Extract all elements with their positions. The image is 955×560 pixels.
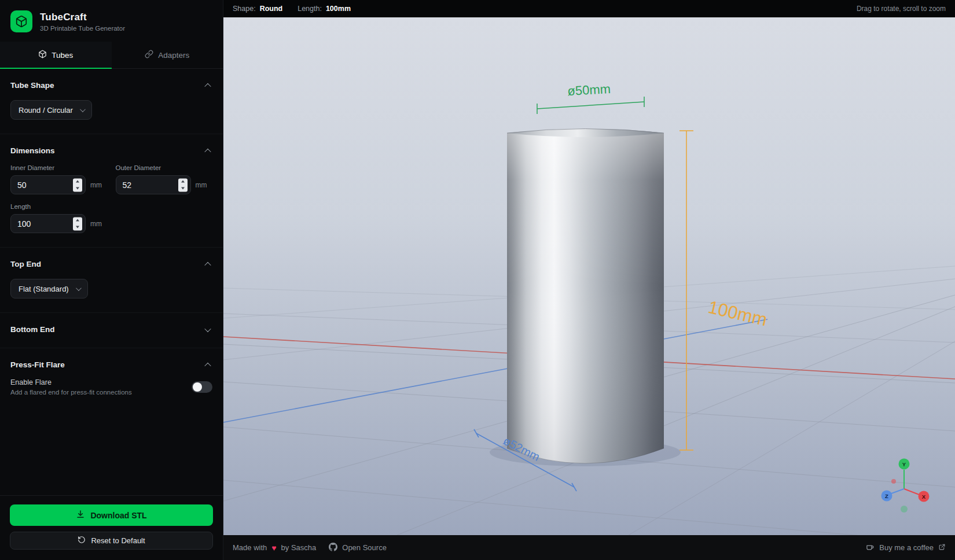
field-label: Inner Diameter (10, 164, 108, 171)
made-with-text: Made with (233, 543, 267, 552)
stepper-down-button[interactable] (178, 185, 188, 192)
chevron-down-icon (76, 285, 82, 291)
reset-to-default-button[interactable]: Reset to Default (10, 532, 213, 550)
section-title: Dimensions (10, 146, 55, 155)
heart-icon: ♥ (271, 543, 276, 552)
axis-x-label: X (922, 493, 926, 500)
field-label: Length (10, 203, 108, 210)
section-press-fit-flare-header[interactable]: Press-Fit Flare (10, 360, 212, 369)
axis-x-neg-dot (891, 479, 896, 484)
length-stepper (73, 217, 82, 230)
unit-label: mm (90, 181, 102, 189)
author-text: by Sascha (281, 543, 317, 552)
enable-flare-text: Enable Flare Add a flared end for press-… (10, 378, 132, 396)
download-stl-label: Download STL (90, 511, 146, 520)
axis-z-label: Z (885, 493, 888, 499)
app-header: TubeCraft 3D Printable Tube Generator (0, 0, 223, 42)
chevron-down-icon (80, 106, 86, 112)
length-input-box (10, 214, 86, 233)
dimension-top-diameter-label: ø50mm (567, 82, 611, 98)
tab-bar: Tubes Adapters (0, 42, 223, 69)
length-value: 100mm (326, 5, 351, 13)
outer-diameter-field: Outer Diameter mm (116, 164, 213, 194)
section-dimensions-header[interactable]: Dimensions (10, 146, 212, 155)
coffee-icon (866, 543, 875, 553)
download-stl-button[interactable]: Download STL (10, 504, 213, 526)
enable-flare-description: Add a flared end for press-fit connectio… (10, 389, 132, 396)
statusbar: Made with ♥ by Sascha Open Source Buy me… (223, 535, 955, 560)
section-title: Bottom End (10, 325, 55, 334)
section-title: Top End (10, 260, 41, 268)
axis-y-neg-dot (901, 506, 908, 513)
inner-diameter-stepper (73, 178, 82, 191)
tube-shape-selected: Round / Circular (19, 106, 73, 115)
enable-flare-label: Enable Flare (10, 378, 132, 386)
tab-adapters[interactable]: Adapters (112, 42, 223, 68)
unit-label: mm (90, 220, 102, 228)
section-title: Press-Fit Flare (10, 360, 65, 369)
open-source-label: Open Source (342, 543, 387, 552)
stepper-up-button[interactable] (178, 178, 188, 185)
open-source-link[interactable]: Open Source (329, 543, 387, 553)
section-tube-shape: Tube Shape Round / Circular (0, 69, 223, 134)
section-top-end-header[interactable]: Top End (10, 260, 212, 268)
app-tagline: 3D Printable Tube Generator (40, 25, 125, 32)
inner-diameter-field: Inner Diameter mm (10, 164, 108, 194)
viewport-topbar: Shape: Round Length: 100mm Drag to rotat… (223, 0, 955, 17)
dimension-top-diameter: ø50mm (537, 82, 644, 114)
3d-viewport-canvas[interactable]: ø50mm 100mm ø52mm (223, 17, 955, 535)
download-icon (76, 510, 85, 521)
inner-diameter-input-box (10, 175, 86, 194)
section-dimensions: Dimensions Inner Diameter mm (0, 134, 223, 248)
external-link-icon (938, 543, 946, 552)
chevron-down-icon (204, 325, 211, 331)
stepper-up-button[interactable] (73, 217, 82, 224)
sidebar-footer: Download STL Reset to Default (0, 495, 223, 560)
reset-icon (78, 536, 86, 546)
section-bottom-end: Bottom End (0, 313, 223, 348)
buy-coffee-link[interactable]: Buy me a coffee (866, 543, 946, 553)
main-area: Shape: Round Length: 100mm Drag to rotat… (223, 0, 955, 560)
top-end-selected: Flat (Standard) (19, 285, 69, 293)
stepper-down-button[interactable] (73, 185, 82, 192)
buy-coffee-label: Buy me a coffee (879, 543, 934, 552)
axis-y-label: Y (902, 461, 906, 467)
reset-to-default-label: Reset to Default (91, 536, 145, 545)
tube-shape-select[interactable]: Round / Circular (10, 100, 92, 120)
top-end-select[interactable]: Flat (Standard) (10, 279, 88, 299)
outer-diameter-stepper (178, 178, 188, 191)
length-readout: Length: 100mm (297, 5, 351, 13)
outer-diameter-input-box (116, 175, 191, 194)
3d-scene: ø50mm 100mm ø52mm (223, 17, 955, 535)
length-label: Length: (297, 5, 322, 13)
section-tube-shape-header[interactable]: Tube Shape (10, 81, 212, 90)
shape-readout: Shape: Round (233, 5, 282, 13)
tab-tubes-label: Tubes (52, 51, 73, 60)
chevron-up-icon (204, 148, 211, 154)
shape-label: Shape: (233, 5, 256, 13)
app-title: TubeCraft (40, 12, 125, 23)
axis-gizmo[interactable]: Y X Z (881, 459, 930, 513)
shape-value: Round (260, 5, 283, 13)
toggle-knob (193, 382, 202, 392)
sidebar: TubeCraft 3D Printable Tube Generator Tu… (0, 0, 223, 560)
section-bottom-end-header[interactable]: Bottom End (10, 325, 212, 334)
chevron-up-icon (204, 83, 211, 89)
settings-panel: Tube Shape Round / Circular Dimensions I… (0, 69, 223, 560)
cube-icon (38, 50, 47, 60)
enable-flare-toggle[interactable] (192, 381, 212, 393)
stepper-down-button[interactable] (73, 224, 82, 231)
app-logo-cube-icon (10, 10, 32, 32)
length-field: Length mm (10, 203, 108, 233)
stepper-up-button[interactable] (73, 178, 82, 185)
unit-label: mm (196, 181, 207, 189)
viewport-hint: Drag to rotate, scroll to zoom (857, 5, 946, 13)
link-icon (145, 50, 153, 60)
dimension-height: 100mm (679, 131, 769, 450)
field-label: Outer Diameter (116, 164, 213, 171)
section-top-end: Top End Flat (Standard) (0, 248, 223, 313)
chevron-up-icon (204, 261, 211, 268)
tab-tubes[interactable]: Tubes (0, 42, 112, 68)
github-icon (329, 543, 337, 553)
chevron-up-icon (204, 362, 211, 369)
